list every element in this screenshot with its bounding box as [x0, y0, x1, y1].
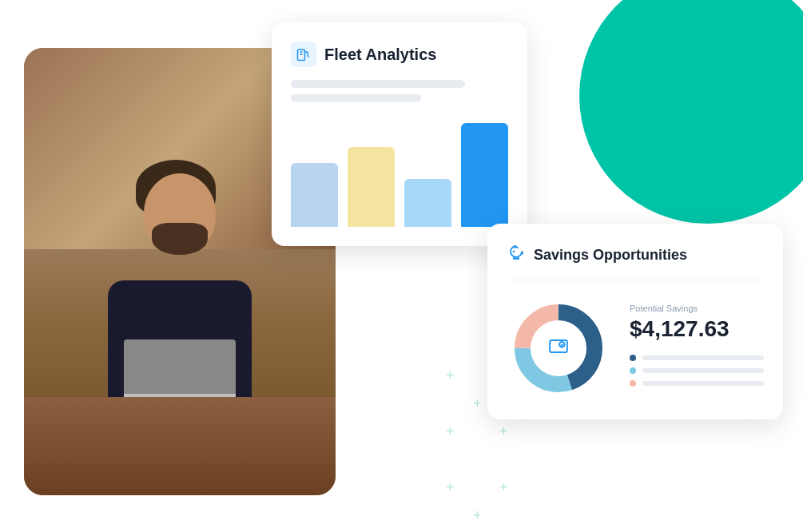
- bar-1: [291, 163, 338, 227]
- plus-decoration: +: [499, 423, 508, 440]
- bar-3: [404, 179, 451, 227]
- legend-dot-1: [630, 355, 636, 361]
- plus-decoration: +: [446, 423, 455, 440]
- potential-savings-label: Potential Savings: [630, 304, 764, 313]
- savings-opportunities-card: Savings Opportunities: [487, 224, 783, 419]
- teal-arc-decoration: [579, 0, 803, 224]
- legend-dot-3: [630, 380, 636, 387]
- potential-savings-amount: $4,127.63: [630, 316, 764, 342]
- skeleton-line-1: [291, 80, 465, 88]
- legend-dot-2: [630, 367, 636, 374]
- fuel-pump-icon: [291, 42, 316, 67]
- savings-card-title: Savings Opportunities: [534, 247, 687, 264]
- piggy-bank-icon: [507, 243, 526, 267]
- savings-card-header: Savings Opportunities: [507, 243, 764, 280]
- donut-center-icon: [548, 336, 569, 361]
- bar-2: [348, 147, 395, 227]
- legend-bar-1: [642, 355, 764, 360]
- skeleton-line-2: [291, 94, 421, 102]
- fleet-analytics-card: Fleet Analytics: [272, 22, 527, 246]
- savings-info: Potential Savings $4,127.63: [630, 304, 764, 393]
- plus-decoration: +: [446, 479, 455, 496]
- legend-bar-2: [642, 368, 764, 373]
- plus-decoration: +: [473, 507, 482, 524]
- donut-chart: [507, 296, 610, 400]
- bar-chart: [291, 115, 508, 227]
- plus-decoration: +: [473, 395, 482, 412]
- fleet-card-header: Fleet Analytics: [291, 42, 508, 67]
- legend-item-2: [630, 367, 764, 374]
- legend-bar-3: [642, 381, 764, 386]
- bar-4: [461, 123, 508, 227]
- savings-body: Potential Savings $4,127.63: [507, 296, 764, 400]
- fleet-card-title: Fleet Analytics: [324, 46, 436, 64]
- legend-item-3: [630, 380, 764, 387]
- legend-item-1: [630, 355, 764, 361]
- person-beard: [152, 223, 208, 255]
- svg-point-3: [514, 252, 515, 252]
- plus-decoration: +: [499, 479, 508, 496]
- plus-decoration: +: [446, 367, 455, 384]
- table-surface: [24, 397, 336, 495]
- laptop-screen: [124, 339, 236, 394]
- person-head: [144, 173, 216, 253]
